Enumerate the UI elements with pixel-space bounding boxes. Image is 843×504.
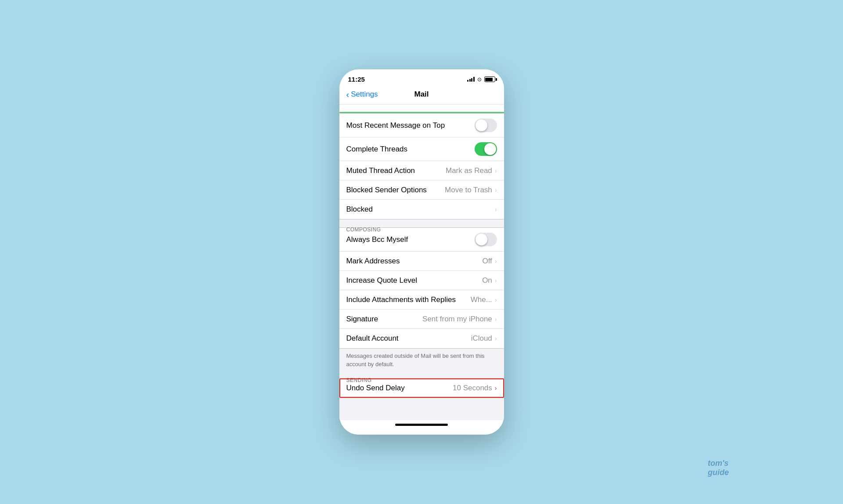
- chevron-right-icon: ›: [495, 187, 497, 194]
- watermark: tom's guide: [708, 459, 729, 478]
- home-bar: [395, 424, 448, 426]
- blocked-sender-options-item[interactable]: Blocked Sender Options Move to Trash ›: [339, 180, 504, 200]
- mark-addresses-item[interactable]: Mark Addresses Off ›: [339, 252, 504, 271]
- chevron-right-icon: ›: [495, 258, 497, 265]
- bottom-spacer: [339, 398, 504, 420]
- most-recent-message-label: Most Recent Message on Top: [346, 121, 445, 130]
- include-attachments-item[interactable]: Include Attachments with Replies Whe... …: [339, 290, 504, 310]
- complete-threads-toggle[interactable]: [475, 142, 497, 156]
- watermark-line2: guide: [708, 468, 729, 478]
- phone-frame: 11:25 ⊙ ‹ Settings Mail: [339, 69, 504, 434]
- chevron-right-icon: ›: [495, 206, 497, 213]
- nav-bar: ‹ Settings Mail: [339, 86, 504, 104]
- watermark-line1: tom's: [708, 459, 729, 468]
- always-bcc-label: Always Bcc Myself: [346, 235, 408, 244]
- most-recent-toggle[interactable]: [475, 119, 497, 132]
- blocked-right: ›: [495, 206, 497, 213]
- include-attachments-label: Include Attachments with Replies: [346, 295, 456, 304]
- signature-label: Signature: [346, 315, 378, 324]
- default-account-right: iCloud ›: [471, 334, 497, 343]
- complete-threads-item[interactable]: Complete Threads: [339, 137, 504, 161]
- home-indicator: [339, 420, 504, 435]
- mark-addresses-value: Off: [482, 257, 492, 266]
- status-icons: ⊙: [467, 76, 495, 83]
- status-time: 11:25: [348, 76, 365, 83]
- increase-quote-level-value: On: [482, 276, 492, 285]
- mark-addresses-right: Off ›: [482, 257, 497, 266]
- back-button[interactable]: ‹ Settings: [346, 90, 378, 99]
- include-attachments-right: Whe... ›: [471, 295, 497, 304]
- page-title: Mail: [414, 90, 429, 99]
- increase-quote-level-right: On ›: [482, 276, 497, 285]
- signature-item[interactable]: Signature Sent from my iPhone ›: [339, 310, 504, 329]
- back-chevron-icon: ‹: [346, 90, 349, 99]
- muted-thread-action-item[interactable]: Muted Thread Action Mark as Read ›: [339, 161, 504, 180]
- include-attachments-value: Whe...: [471, 295, 492, 304]
- chevron-right-icon: ›: [495, 385, 497, 392]
- chevron-right-icon: ›: [495, 277, 497, 284]
- default-account-value: iCloud: [471, 334, 492, 343]
- threading-group: Most Recent Message on Top Complete Thre…: [339, 113, 504, 220]
- blocked-sender-options-value: Move to Trash: [445, 186, 492, 194]
- blocked-sender-options-right: Move to Trash ›: [445, 186, 497, 194]
- back-label: Settings: [351, 90, 378, 99]
- signal-icon: [467, 77, 475, 82]
- default-account-label: Default Account: [346, 334, 399, 343]
- increase-quote-level-item[interactable]: Increase Quote Level On ›: [339, 271, 504, 290]
- partial-top-item: [339, 104, 504, 113]
- muted-thread-action-right: Mark as Read ›: [446, 166, 497, 175]
- signature-right: Sent from my iPhone ›: [422, 315, 497, 324]
- muted-thread-action-value: Mark as Read: [446, 166, 492, 175]
- increase-quote-level-label: Increase Quote Level: [346, 276, 418, 285]
- most-recent-message-item[interactable]: Most Recent Message on Top: [339, 114, 504, 137]
- complete-threads-label: Complete Threads: [346, 145, 408, 154]
- chevron-right-icon: ›: [495, 316, 497, 323]
- scroll-content: Most Recent Message on Top Complete Thre…: [339, 104, 504, 420]
- chevron-right-icon: ›: [495, 296, 497, 303]
- mark-addresses-label: Mark Addresses: [346, 257, 400, 266]
- undo-send-delay-label: Undo Send Delay: [346, 384, 405, 392]
- always-bcc-toggle[interactable]: [475, 233, 497, 246]
- status-bar: 11:25 ⊙: [339, 69, 504, 86]
- section-gap-composing: COMPOSING: [339, 220, 504, 227]
- muted-thread-action-label: Muted Thread Action: [346, 166, 415, 175]
- signature-value: Sent from my iPhone: [422, 315, 492, 324]
- default-account-item[interactable]: Default Account iCloud ›: [339, 329, 504, 348]
- default-account-footer: Messages created outside of Mail will be…: [339, 349, 504, 370]
- blocked-item[interactable]: Blocked ›: [339, 200, 504, 219]
- blocked-sender-options-label: Blocked Sender Options: [346, 186, 427, 194]
- chevron-right-icon: ›: [495, 167, 497, 174]
- battery-icon: [484, 76, 495, 82]
- undo-send-delay-value: 10 Seconds: [453, 384, 492, 392]
- undo-send-delay-right: 10 Seconds ›: [453, 384, 497, 392]
- section-gap-sending: SENDING: [339, 370, 504, 378]
- wifi-icon: ⊙: [477, 76, 482, 83]
- chevron-right-icon: ›: [495, 335, 497, 342]
- composing-group: Always Bcc Myself Mark Addresses Off › I…: [339, 227, 504, 349]
- blocked-label: Blocked: [346, 205, 373, 214]
